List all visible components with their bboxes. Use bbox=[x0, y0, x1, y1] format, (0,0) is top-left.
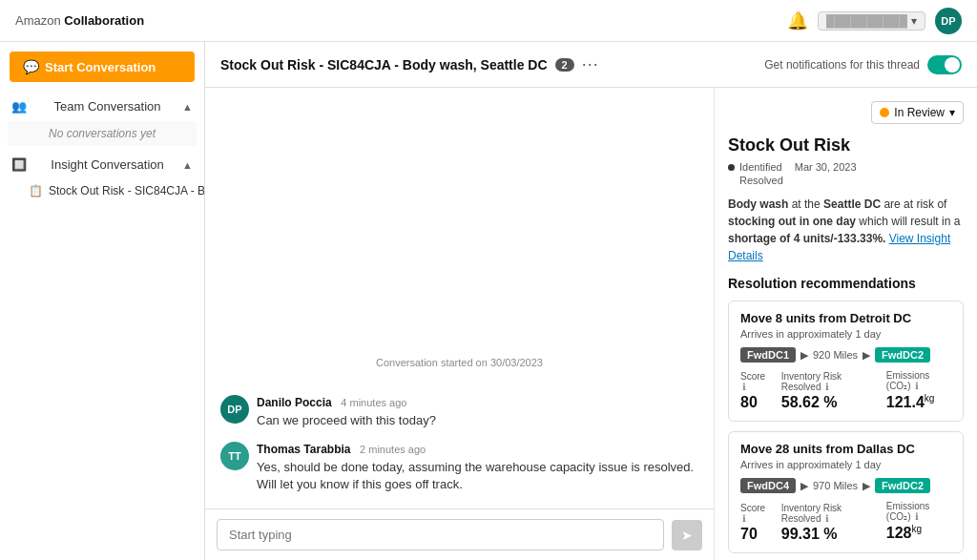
send-button[interactable]: ➤ bbox=[672, 520, 702, 550]
arrow-icon-1: ▶ bbox=[800, 349, 808, 362]
arrow-icon-1b: ▶ bbox=[863, 349, 870, 362]
chat-title: Stock Out Risk - SIC84CJA - Body wash, S… bbox=[220, 57, 548, 73]
from-tag-2: FwdDC4 bbox=[740, 478, 796, 493]
message-author: Thomas Tarabbia bbox=[257, 443, 350, 456]
message-text: Can we proceed with this today? bbox=[257, 412, 698, 429]
message-text: Yes, should be done today, assuming the … bbox=[257, 459, 698, 493]
avatar-tt: TT bbox=[220, 442, 249, 470]
meta-dot bbox=[728, 164, 735, 171]
notification-label: Get notifications for this thread bbox=[764, 58, 920, 72]
rec-subtitle-1: Arrives in approximately 1 day bbox=[740, 328, 951, 340]
sidebar: 💬 Start Conversation 👥 Team Conversation… bbox=[0, 42, 205, 560]
inv-risk-1: Inventory Risk Resolved ℹ 58.62 % bbox=[781, 371, 873, 411]
status-row: In Review ▾ bbox=[728, 101, 964, 124]
chat-title-area: Stock Out Risk - SIC84CJA - Body wash, S… bbox=[220, 54, 599, 74]
route-row-2: FwdDC4 ▶ 970 Miles ▶ FwdDC2 bbox=[740, 478, 951, 493]
miles-1: 920 Miles bbox=[813, 349, 858, 361]
em-info-icon-1[interactable]: ℹ bbox=[915, 381, 919, 391]
emissions-1: Emissions (CO₂) ℹ 121.4kg bbox=[886, 370, 951, 411]
header-right: 🔔 ██████████ ▾ DP bbox=[787, 8, 962, 34]
arrow-icon-2b: ▶ bbox=[863, 480, 870, 492]
rec-title-1: Move 8 units from Detroit DC bbox=[740, 311, 951, 325]
risk-identified: Identified Mar 30, 2023 bbox=[728, 161, 964, 173]
team-conversation-label: Team Conversation bbox=[54, 99, 161, 114]
message-author: Danilo Poccia bbox=[257, 396, 332, 409]
sidebar-item-stockout[interactable]: 📋 Stock Out Risk - SIC84CJA - Body wash,… bbox=[0, 177, 204, 204]
inv-info-icon-1[interactable]: ℹ bbox=[825, 382, 829, 392]
insight-conversation-header[interactable]: 🔲 Insight Conversation ▲ bbox=[0, 152, 204, 177]
message-row: TT Thomas Tarabbia 2 minutes ago Yes, sh… bbox=[220, 442, 698, 493]
insight-conversation-section: 🔲 Insight Conversation ▲ 📋 Stock Out Ris… bbox=[0, 152, 204, 204]
score-info-icon-2[interactable]: ℹ bbox=[742, 513, 746, 524]
to-tag-2: FwdDC2 bbox=[875, 478, 930, 493]
chat-body: Conversation started on 30/03/2023 DP Da… bbox=[205, 88, 715, 560]
avatar[interactable]: DP bbox=[935, 8, 962, 34]
status-label: In Review bbox=[894, 106, 945, 119]
header-brand: Amazon Collaboration bbox=[15, 13, 144, 28]
user-menu[interactable]: ██████████ ▾ bbox=[818, 11, 925, 31]
inv-risk-2: Inventory Risk Resolved ℹ 99.31 % bbox=[781, 503, 873, 543]
miles-2: 970 Miles bbox=[813, 480, 858, 491]
app-header: Amazon Collaboration 🔔 ██████████ ▾ DP bbox=[0, 0, 977, 42]
app-body: 💬 Start Conversation 👥 Team Conversation… bbox=[0, 42, 977, 560]
chevron-up-icon: ▲ bbox=[182, 101, 193, 113]
message-row: DP Danilo Poccia 4 minutes ago Can we pr… bbox=[220, 395, 698, 429]
message-count-badge: 2 bbox=[555, 58, 574, 72]
insight-icon: 🔲 bbox=[11, 157, 27, 172]
emissions-2: Emissions (CO₂) ℹ 128kg bbox=[886, 501, 951, 542]
score-2: Score ℹ 70 bbox=[740, 503, 768, 543]
rec-title-2: Move 28 units from Dallas DC bbox=[740, 442, 951, 456]
to-tag-1: FwdDC2 bbox=[875, 347, 930, 363]
start-conversation-button[interactable]: 💬 Start Conversation bbox=[10, 52, 195, 82]
recommendations-title: Resolution recommendations bbox=[728, 276, 964, 291]
stats-row-2: Score ℹ 70 Inventory Risk Resolved ℹ 99.… bbox=[740, 501, 951, 542]
risk-description: Body wash at the Seattle DC are at risk … bbox=[728, 196, 964, 264]
score-1: Score ℹ 80 bbox=[740, 371, 768, 411]
team-conversation-section: 👥 Team Conversation ▲ No conversations y… bbox=[0, 93, 204, 148]
recommendation-card-2: Move 28 units from Dallas DC Arrives in … bbox=[728, 431, 964, 552]
message-time: 2 minutes ago bbox=[360, 444, 426, 455]
team-conversation-header[interactable]: 👥 Team Conversation ▲ bbox=[0, 93, 204, 119]
status-dot bbox=[880, 108, 889, 117]
message-time: 4 minutes ago bbox=[341, 397, 406, 408]
notification-area: Get notifications for this thread bbox=[764, 55, 962, 74]
bell-icon[interactable]: 🔔 bbox=[787, 10, 808, 31]
status-select[interactable]: In Review ▾ bbox=[871, 101, 964, 124]
item-icon: 📋 bbox=[29, 184, 43, 197]
content-area: Conversation started on 30/03/2023 DP Da… bbox=[205, 88, 977, 560]
recommendation-card-1: Move 8 units from Detroit DC Arrives in … bbox=[728, 301, 964, 422]
user-name-label: ██████████ bbox=[826, 14, 907, 28]
stats-row-1: Score ℹ 80 Inventory Risk Resolved ℹ 58.… bbox=[740, 370, 951, 411]
score-info-icon-1[interactable]: ℹ bbox=[742, 382, 746, 392]
conversation-started-label: Conversation started on 30/03/2023 bbox=[220, 349, 698, 376]
chat-messages: Conversation started on 30/03/2023 DP Da… bbox=[205, 88, 714, 508]
notification-toggle[interactable] bbox=[927, 55, 962, 74]
chat-icon: 💬 bbox=[23, 59, 39, 74]
message-content: Danilo Poccia 4 minutes ago Can we proce… bbox=[257, 395, 698, 429]
rec-subtitle-2: Arrives in approximately 1 day bbox=[740, 459, 951, 470]
chevron-up-icon-insight: ▲ bbox=[182, 159, 193, 171]
arrow-icon-2: ▶ bbox=[800, 480, 808, 492]
no-conversations-label: No conversations yet bbox=[8, 121, 197, 146]
resolved-tag: Resolved bbox=[728, 175, 964, 186]
from-tag-1: FwdDC1 bbox=[740, 347, 796, 363]
insight-conversation-label: Insight Conversation bbox=[51, 157, 164, 172]
message-content: Thomas Tarabbia 2 minutes ago Yes, shoul… bbox=[257, 442, 698, 493]
chat-header: Stock Out Risk - SIC84CJA - Body wash, S… bbox=[205, 42, 977, 88]
team-conv-icon: 👥 bbox=[11, 99, 27, 114]
chevron-down-icon: ▾ bbox=[949, 106, 955, 119]
right-panel: In Review ▾ Stock Out Risk Identified Ma… bbox=[715, 88, 977, 560]
em-info-icon-2[interactable]: ℹ bbox=[915, 511, 919, 522]
route-row-1: FwdDC1 ▶ 920 Miles ▶ FwdDC2 bbox=[740, 347, 951, 363]
risk-title: Stock Out Risk bbox=[728, 135, 964, 156]
inv-info-icon-2[interactable]: ℹ bbox=[825, 513, 829, 524]
more-options-icon[interactable]: ··· bbox=[582, 54, 599, 74]
chat-input-area: ➤ bbox=[205, 508, 714, 560]
avatar-dp: DP bbox=[220, 395, 249, 424]
chat-input[interactable] bbox=[217, 519, 664, 550]
chevron-down-icon: ▾ bbox=[911, 14, 917, 28]
main-panel: Stock Out Risk - SIC84CJA - Body wash, S… bbox=[205, 42, 977, 560]
brand-logo: Amazon Collaboration bbox=[15, 13, 144, 28]
